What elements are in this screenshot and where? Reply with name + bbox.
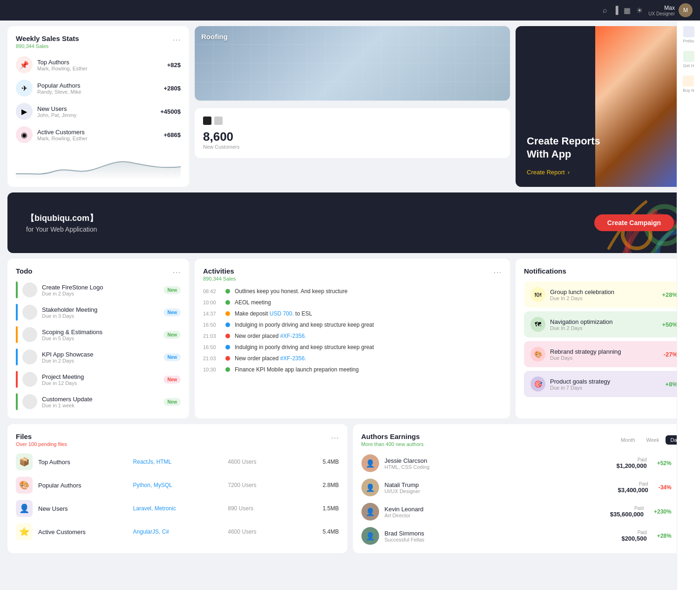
author-name: Jessie Clarcson — [385, 457, 611, 464]
todo-bar — [16, 281, 18, 298]
authors-earnings-card: Authors Earnings More than 400 new autho… — [353, 424, 693, 553]
search-icon[interactable]: ⌕ — [603, 6, 607, 14]
notification-icon: 🎨 — [530, 347, 545, 362]
activity-time: 21:03 — [203, 356, 221, 361]
panel-label: Get H — [683, 63, 694, 68]
weekly-sales-subtitle: 890,344 Sales — [16, 43, 181, 49]
files-menu[interactable]: ⋯ — [331, 432, 339, 443]
row-main: Todo ⋯ Create FireStone Logo Due in 2 Da… — [7, 259, 693, 418]
todo-card: Todo ⋯ Create FireStone Logo Due in 2 Da… — [7, 259, 189, 418]
user-profile[interactable]: Max UX Designer M — [648, 3, 693, 17]
todo-item-due: Due in 3 Days — [42, 313, 159, 319]
activity-dot — [225, 334, 230, 338]
weekly-sales-menu[interactable]: ⋯ — [172, 34, 181, 45]
activity-dot — [225, 300, 230, 305]
panel-label: Buy N — [683, 88, 694, 93]
todo-menu[interactable]: ⋯ — [172, 267, 181, 277]
stat-item-popular-authors: ✈ Popular Authors Randy, Steve, Mike +28… — [16, 80, 181, 96]
notif-due: Due In 2 Days — [550, 295, 657, 301]
avatar[interactable]: M — [679, 3, 693, 17]
file-name: Top Authors — [38, 459, 128, 466]
active-customers-icon: ◉ — [16, 126, 33, 143]
create-campaign-button[interactable]: Create Campaign — [594, 214, 674, 231]
earnings-tabs: Month Week Day — [616, 435, 684, 445]
todo-badge: New — [163, 331, 181, 339]
activity-dot — [225, 356, 230, 361]
tab-month[interactable]: Month — [616, 435, 640, 445]
file-tech: Laravel, Metronic — [133, 505, 223, 512]
author-amount: $35,600,000 — [610, 511, 644, 518]
notification-icon: 🎯 — [530, 377, 545, 391]
panel-item-prebu[interactable]: Prebu — [683, 26, 694, 43]
file-icon: 👤 — [16, 500, 33, 517]
file-name: New Users — [38, 505, 128, 512]
author-name: Kevin Leonard — [385, 506, 605, 513]
author-avatar: 👤 — [361, 503, 379, 521]
file-users: 7200 Users — [228, 482, 317, 488]
reports-card: Create ReportsWith App Create Report › — [516, 26, 693, 187]
grid-icon[interactable]: ▦ — [624, 6, 631, 15]
campaign-brand: 【biqubiqu.com】 — [26, 213, 98, 224]
list-item: Customers Update Due in 1 week New — [16, 393, 181, 410]
tab-week[interactable]: Week — [642, 435, 664, 445]
todo-badge: New — [163, 286, 181, 294]
file-size: 5.4MB — [323, 459, 339, 465]
activity-link[interactable]: #XF-2356. — [280, 333, 306, 339]
todo-item-due: Due in 2 Days — [42, 358, 159, 364]
notif-due: Due Days — [550, 355, 659, 361]
campaign-text: 【biqubiqu.com】 for Your Web Application — [26, 213, 98, 233]
new-users-info: New Users John, Pat, Jimmy — [37, 105, 156, 118]
todo-item-name: Create FireStone Logo — [42, 284, 159, 291]
author-earnings: Paid $35,600,000 — [610, 506, 644, 518]
topbar: ⌕ ▐ ▦ ☀ Max UX Designer M — [0, 0, 700, 21]
nc-icons — [203, 117, 502, 125]
activities-menu[interactable]: ⋯ — [493, 267, 502, 277]
notif-title: Rebrand strategy planning — [550, 348, 659, 355]
notif-title: Product goals strategy — [550, 378, 661, 385]
list-item: 👤 Natali Trump UI/UX Designer Paid $3,40… — [361, 479, 685, 496]
author-paid: Paid — [617, 457, 647, 462]
panel-item-geth[interactable]: Get H — [683, 51, 694, 68]
activity-text: Indulging in poorly driving and keep str… — [235, 344, 374, 350]
stat-item-top-authors: 📌 Top Authors Mark, Rowling, Esther +82$ — [16, 56, 181, 73]
list-item: 🎨 Rebrand strategy planning Due Days -27… — [524, 341, 684, 367]
author-change: -34% — [659, 484, 672, 491]
file-icon: 🎨 — [16, 477, 33, 494]
campaign-card: 【biqubiqu.com】 for Your Web Application … — [7, 192, 693, 253]
brightness-icon[interactable]: ☀ — [636, 6, 643, 15]
activity-dot — [225, 289, 230, 294]
todo-info: Project Meeting Due in 12 Days — [42, 373, 159, 386]
mini-chart — [16, 151, 181, 178]
activity-link[interactable]: USD 700. — [270, 310, 294, 317]
author-name: Natali Trump — [385, 481, 612, 488]
todo-info: Customers Update Due in 1 week — [42, 396, 159, 408]
panel-icon — [683, 51, 694, 62]
notif-value: +50% — [662, 321, 678, 328]
activity-link[interactable]: #XF-2356. — [280, 355, 306, 362]
files-subtitle: Over 100 pending files — [16, 441, 339, 447]
popular-authors-icon: ✈ — [16, 80, 33, 96]
file-size: 2.8MB — [323, 482, 339, 488]
panel-item-buyn[interactable]: Buy N — [683, 75, 694, 93]
author-name: Brad Simmons — [385, 530, 616, 537]
file-name: Popular Authors — [38, 482, 128, 489]
todo-item-due: Due in 1 week — [42, 403, 159, 408]
main-content: Weekly Sales Stats 890,344 Sales ⋯ 📌 Top… — [0, 21, 700, 559]
todo-bar — [16, 304, 18, 321]
notif-value: +28% — [662, 291, 678, 298]
notif-info: Rebrand strategy planning Due Days — [550, 348, 659, 361]
author-info: Jessie Clarcson HTML, CSS Coding — [385, 457, 611, 470]
list-item: 🎨 Popular Authors Python, MySQL 7200 Use… — [16, 477, 339, 494]
list-item: Project Meeting Due in 12 Days New — [16, 371, 181, 388]
activity-text: AEOL meeting — [235, 299, 271, 306]
todo-info: Stakeholder Meeting Due in 3 Days — [42, 306, 159, 319]
list-item: 🍽 Group lunch celebration Due In 2 Days … — [524, 281, 684, 308]
create-report-link[interactable]: Create Report › — [527, 169, 681, 176]
todo-badge: New — [163, 353, 181, 361]
files-title: Files — [16, 432, 339, 440]
campaign-sub: for Your Web Application — [26, 226, 98, 233]
top-authors-value: +82$ — [167, 62, 181, 69]
roofing-card: Roofing — [195, 26, 510, 101]
list-item: 👤 New Users Laravel, Metronic 890 Users … — [16, 500, 339, 517]
row-stats: Weekly Sales Stats 890,344 Sales ⋯ 📌 Top… — [7, 26, 693, 187]
